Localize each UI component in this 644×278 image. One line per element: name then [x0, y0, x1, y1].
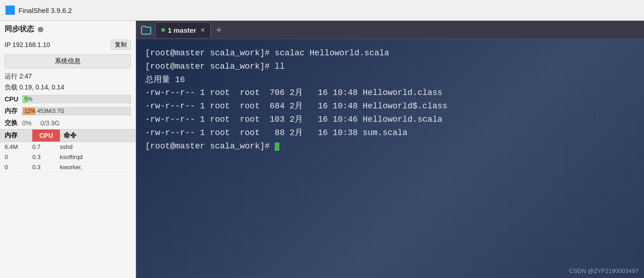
- swap-row: 交换 0% 0/3.9G: [0, 117, 136, 129]
- cpu-percent-label: 5%: [24, 95, 32, 103]
- mem-label: 内存: [5, 107, 18, 115]
- proc-mem: 0: [5, 154, 32, 160]
- sidebar: 同步状态 IP 192.168.1.10 复制 系统信息 运行 2:47 负载 …: [0, 21, 136, 278]
- swap-label: 交换: [5, 119, 18, 127]
- tab-active-dot: [161, 28, 165, 32]
- process-table-header: 内存 CPU 命令: [0, 129, 136, 142]
- sysinfo-button[interactable]: 系统信息: [5, 54, 131, 68]
- proc-mem: 0: [5, 164, 32, 171]
- cpu-label: CPU: [5, 95, 18, 103]
- table-row: 0 0.3 ksoftirqd: [0, 152, 136, 162]
- tab-close-button[interactable]: ×: [201, 26, 205, 34]
- cpu-row: CPU 5%: [0, 93, 136, 105]
- proc-cpu: 0.3: [32, 154, 60, 160]
- main-layout: 同步状态 IP 192.168.1.10 复制 系统信息 运行 2:47 负载 …: [0, 21, 644, 278]
- proc-cpu: 0.3: [32, 164, 60, 171]
- col-header-mem: 内存: [5, 131, 32, 140]
- mem-percent-label: 12% 453M/3.7G: [24, 107, 65, 115]
- uptime-label: 运行 2:47: [5, 72, 32, 80]
- mem-row: 内存 12% 453M/3.7G: [0, 105, 136, 117]
- app-icon: [6, 6, 15, 15]
- folder-button[interactable]: [138, 23, 154, 37]
- app-title: FinalShell 3.9.6.2: [18, 6, 72, 14]
- cpu-progress-bar: 5%: [22, 95, 131, 103]
- terminal-area: 1 master × + [root@master scala_work]# s…: [136, 21, 644, 278]
- terminal-line: [root@master scala_work]# ll: [145, 60, 635, 73]
- table-row: 0 0.3 kworker,: [0, 162, 136, 172]
- sync-dot-icon: [38, 27, 43, 32]
- terminal-line: [root@master scala_work]# scalac Hellowo…: [145, 47, 635, 60]
- terminal-line: -rw-r--r-- 1 root root 88 2月 16 10:38 su…: [145, 126, 635, 140]
- table-row: 6.4M 0.7 sshd: [0, 142, 136, 152]
- uptime-row: 运行 2:47: [0, 71, 136, 82]
- terminal-line: -rw-r--r-- 1 root root 684 2月 16 10:48 H…: [145, 100, 635, 113]
- terminal-cursor: [275, 142, 279, 151]
- sync-status-row: 同步状态: [0, 21, 136, 38]
- load-label: 负载 0.19, 0.14, 0.14: [5, 83, 64, 91]
- terminal-text-area: [root@master scala_work]# scalac Hellowo…: [136, 39, 644, 278]
- sync-label: 同步状态: [5, 24, 34, 34]
- terminal-line: -rw-r--r-- 1 root root 103 2月 16 10:46 H…: [145, 113, 635, 126]
- proc-cmd: ksoftirqd: [60, 154, 131, 160]
- col-header-cmd: 命令: [60, 131, 131, 140]
- proc-cmd: sshd: [60, 143, 131, 150]
- copy-button[interactable]: 复制: [111, 40, 131, 50]
- terminal-line: [root@master scala_work]#: [145, 140, 635, 153]
- watermark: CSDN @ZYF2190003497: [569, 267, 639, 274]
- load-row: 负载 0.19, 0.14, 0.14: [0, 82, 136, 93]
- process-table-body: 6.4M 0.7 sshd 0 0.3 ksoftirqd 0 0.3 kwor…: [0, 142, 136, 278]
- mem-progress-bar: 12% 453M/3.7G: [22, 107, 131, 115]
- tab-master[interactable]: 1 master ×: [155, 22, 211, 38]
- proc-cpu: 0.7: [32, 143, 60, 150]
- proc-cmd: kworker,: [60, 164, 131, 171]
- col-header-cpu: CPU: [32, 130, 60, 142]
- proc-mem: 6.4M: [5, 143, 32, 150]
- terminal-line: -rw-r--r-- 1 root root 706 2月 16 10:48 H…: [145, 86, 635, 100]
- tab-label: 1 master: [168, 26, 196, 34]
- terminal-content[interactable]: [root@master scala_work]# scalac Hellowo…: [136, 39, 644, 278]
- titlebar: FinalShell 3.9.6.2: [0, 0, 644, 21]
- ip-label: IP 192.168.1.10: [5, 41, 50, 48]
- swap-percent: 0% 0/3.9G: [22, 119, 60, 127]
- terminal-line: 总用量 16: [145, 73, 635, 87]
- tab-add-button[interactable]: +: [212, 23, 226, 37]
- tab-bar: 1 master × +: [136, 21, 644, 39]
- ip-row: IP 192.168.1.10 复制: [0, 38, 136, 52]
